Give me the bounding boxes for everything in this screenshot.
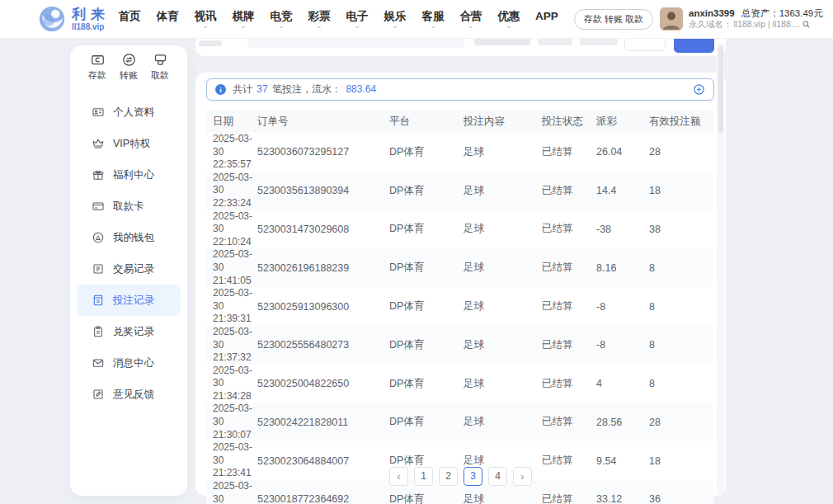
nav-item[interactable]: 彩票 ⌄ <box>300 0 338 39</box>
sidebar-item-prize-records[interactable]: 兑奖记录 <box>77 316 181 347</box>
permanent-domain-label: 永久域名： <box>689 19 732 30</box>
deposit-link[interactable]: 存款 <box>584 13 602 26</box>
cell-platform: DP体育 <box>389 184 464 198</box>
nav-item-label: 棋牌 <box>233 10 255 22</box>
nav-item[interactable]: 电子 ⌄ <box>338 0 376 39</box>
sidebar-item-messages[interactable]: 消息中心 <box>77 347 181 379</box>
withdraw-link[interactable]: 取款 <box>625 13 643 26</box>
table-row: 2025-03-30 22:35:57 5230036073295127 DP体… <box>206 133 714 172</box>
cell-bet-content: 足球 <box>464 261 542 275</box>
cell-order-number: 5230023064884007 <box>257 455 389 467</box>
quick-action-withdraw[interactable]: 取款 <box>146 52 174 82</box>
nav-item-label: 电子 <box>346 10 369 22</box>
nav-item[interactable]: 客服 ⌄ <box>414 0 452 39</box>
sidebar-item-welfare[interactable]: 福利中心 <box>77 159 181 191</box>
username[interactable]: anxin3399 <box>689 7 735 19</box>
sidebar-item-feedback[interactable]: 意见反馈 <box>77 379 181 410</box>
filter-option[interactable] <box>474 39 530 45</box>
sidebar-item-transactions[interactable]: 交易记录 <box>77 253 181 285</box>
info-icon: i <box>215 84 226 95</box>
cell-platform: DP体育 <box>389 492 464 504</box>
wallet-pill: 存款 转账 取款 <box>574 9 653 30</box>
cell-platform: DP体育 <box>389 299 464 313</box>
cell-platform: DP体育 <box>389 145 464 159</box>
nav-item[interactable]: 电竞 ⌄ <box>262 0 300 39</box>
sidebar-item-bet-records[interactable]: 投注记录 <box>77 285 181 316</box>
cell-valid-amount: 8 <box>649 301 714 313</box>
cell-bet-status: 已结算 <box>542 261 596 275</box>
nav-item[interactable]: APP <box>528 0 566 39</box>
reset-button[interactable] <box>624 39 666 51</box>
sidebar: 存款 转账 取款 个人资料 <box>70 45 187 496</box>
table-row: 2025-03-30 21:39:31 5230025913096300 DP体… <box>206 287 714 326</box>
withdraw-icon <box>153 52 168 68</box>
nav-item-label: 电竞 <box>271 10 293 22</box>
page-button[interactable]: 3 <box>464 467 482 486</box>
cell-order-number: 5230031473029608 <box>257 224 389 235</box>
search-icon[interactable] <box>802 20 811 29</box>
sidebar-item-withdraw-card[interactable]: 取款卡 <box>77 191 181 222</box>
pagination: ‹ 1 2 3 4 › <box>195 467 726 486</box>
scrollbar-track[interactable] <box>717 43 724 496</box>
page-button[interactable]: 2 <box>439 467 458 486</box>
cell-payout: 9.54 <box>596 455 649 467</box>
nav-item[interactable]: 优惠 ⌄ <box>490 0 528 39</box>
page-button[interactable]: 4 <box>488 467 507 486</box>
cell-bet-status: 已结算 <box>542 415 596 429</box>
cell-order-number: 5230035613890394 <box>257 185 389 196</box>
nav-item[interactable]: 棋牌 ⌄ <box>224 0 262 39</box>
expand-plus-icon[interactable] <box>693 83 705 96</box>
nav-item[interactable]: 体育 <box>148 0 186 39</box>
nav-item[interactable]: 视讯 ⌄ <box>186 0 224 39</box>
main-nav: 首页 体育 视讯 ⌄ 棋牌 ⌄ 电竞 <box>111 0 566 39</box>
date-range-input[interactable] <box>247 39 464 48</box>
page-button[interactable]: 1 <box>414 467 433 486</box>
sidebar-item-vip[interactable]: VIP特权 <box>77 128 181 159</box>
cell-payout: 14.4 <box>596 185 649 196</box>
transfer-icon <box>121 52 137 68</box>
cell-bet-status: 已结算 <box>542 454 596 468</box>
next-page-button[interactable]: › <box>513 467 532 486</box>
nav-item[interactable]: 合营 ⌄ <box>452 0 490 39</box>
table-row: 2025-03-30 21:37:32 5230025556480273 DP体… <box>206 326 714 365</box>
nav-item[interactable]: 娱乐 ⌄ <box>376 0 414 39</box>
search-button[interactable] <box>674 39 714 53</box>
scrollbar-thumb[interactable] <box>718 46 723 133</box>
nav-item[interactable]: 首页 <box>111 0 148 39</box>
cell-date: 2025-03-30 21:34:28 <box>206 365 257 403</box>
cell-platform: DP体育 <box>389 338 464 352</box>
quick-action-deposit[interactable]: 存款 <box>83 52 111 82</box>
chevron-down-icon: ⌄ <box>316 23 322 30</box>
transaction-list-icon <box>92 262 105 276</box>
table-row: 2025-03-30 21:30:07 5230024221828011 DP体… <box>206 403 714 441</box>
filter-option[interactable] <box>538 39 572 45</box>
chevron-down-icon: ⌄ <box>468 23 474 30</box>
sidebar-item-profile[interactable]: 个人资料 <box>77 97 181 128</box>
cell-bet-content: 足球 <box>464 145 542 159</box>
cell-bet-content: 足球 <box>464 454 542 468</box>
cell-platform: DP体育 <box>389 261 464 275</box>
chevron-down-icon: ⌄ <box>430 23 436 30</box>
cell-date: 2025-03-30 21:37:32 <box>206 326 257 365</box>
prev-page-button[interactable]: ‹ <box>389 467 408 486</box>
bank-card-icon <box>92 200 105 213</box>
chevron-down-icon: ⌄ <box>202 23 209 30</box>
cell-payout: -8 <box>596 301 649 313</box>
sidebar-item-wallet[interactable]: 我的钱包 <box>77 222 181 253</box>
transfer-link[interactable]: 转账 <box>605 13 623 26</box>
cell-date: 2025-03-30 21:30:07 <box>206 403 257 441</box>
cell-platform: DP体育 <box>389 415 464 429</box>
nav-item-label: 客服 <box>422 10 445 22</box>
filter-option[interactable] <box>580 39 618 45</box>
cell-bet-content: 足球 <box>464 338 542 352</box>
chevron-down-icon: ⌄ <box>240 23 247 30</box>
bets-table: 日期 订单号 平台 投注内容 投注状态 派彩 有效投注额 2025-03-30 … <box>206 110 714 504</box>
cell-valid-amount: 36 <box>649 493 714 504</box>
nav-item-label: 首页 <box>119 10 141 22</box>
nav-item-label: 优惠 <box>498 10 520 22</box>
cell-bet-content: 足球 <box>464 222 542 236</box>
brand-logo[interactable]: 利来 ll188.vip <box>38 5 110 33</box>
quick-action-transfer[interactable]: 转账 <box>115 52 143 82</box>
avatar[interactable] <box>660 7 683 31</box>
cell-payout: 8.16 <box>596 262 649 274</box>
